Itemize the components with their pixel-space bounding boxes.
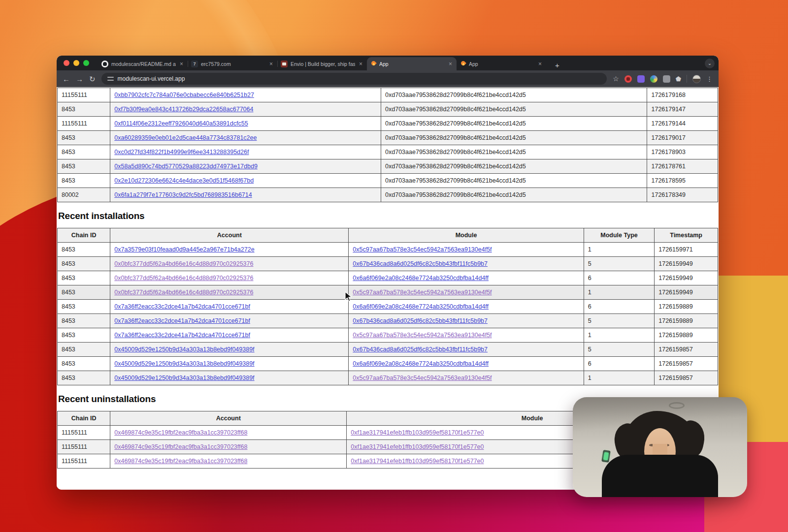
webcam-wall-switch (601, 450, 611, 463)
table-header-row: Chain ID Account Module Module Type Time… (58, 228, 718, 243)
extension-record-icon[interactable] (624, 75, 632, 83)
table-row: 84530x58a5d890c74bd5770529a88223dd74973e… (58, 159, 718, 174)
tab-close-icon[interactable]: × (268, 61, 274, 67)
account-link-cell: 0x469874c9e35c19fbf2eac9fba3a1cc397023ff… (110, 440, 347, 454)
module-link[interactable]: 0xf1ae317941efeb1ffb103d959ef58170f1e577… (351, 443, 484, 450)
account-link[interactable]: 0x469874c9e35c19fbf2eac9fba3a1cc397023ff… (114, 458, 247, 465)
table-row: 84530x7a36ff2eacc33c2dce41a7b42dca4701cc… (58, 314, 718, 328)
account-link[interactable]: 0x7a36ff2eacc33c2dce41a7b42dca4701cce671… (114, 317, 250, 324)
account-link[interactable]: 0x7a36ff2eacc33c2dce41a7b42dca4701cce671… (114, 303, 250, 310)
account-link-cell: 0x0bfc377dd5f62a4bd66e16c4d88d970c029253… (110, 257, 349, 271)
account-link-cell: 0x45009d529e1250b9d34a303a13b8ebd9f04938… (110, 343, 349, 357)
tab-close-icon[interactable]: × (448, 61, 453, 67)
module-link[interactable]: 0x67b436cad8a6d025df6c82c5bb43fbf11fc5b9… (353, 260, 488, 267)
account-link[interactable]: 0xbb7902cfc7c784a076e0cbabecc6e840b6251b… (114, 92, 254, 98)
webcam-ceiling-light (669, 402, 685, 409)
account-link[interactable]: 0x469874c9e35c19fbf2eac9fba3a1cc397023ff… (114, 429, 247, 436)
tab-close-icon[interactable]: × (179, 61, 184, 67)
extensions-puzzle-icon[interactable]: ⬟ (676, 75, 681, 83)
extension-pinwheel-icon[interactable] (650, 75, 657, 83)
column-header-account: Account (110, 228, 349, 243)
chain-id-cell: 8453 (58, 257, 110, 271)
tab-envio-build-bigger-ship-[interactable]: Envio | Build bigger, ship fast× (277, 57, 367, 70)
module-link[interactable]: 0x67b436cad8a6d025df6c82c5bb43fbf11fc5b9… (353, 346, 488, 353)
module-link[interactable]: 0x5c97aa67ba578e3c54ec5942a7563ea9130e4f… (353, 375, 492, 381)
table-row: 84530x45009d529e1250b9d34a303a13b8ebd9f0… (58, 371, 718, 385)
account-link[interactable]: 0xc0d27fd34f822f1b4999e9f6ee3413288395d2… (114, 149, 249, 156)
table-row: 84530x7a36ff2eacc33c2dce41a7b42dca4701cc… (58, 328, 718, 343)
back-icon[interactable]: ← (63, 75, 70, 83)
timestamp-cell: 1726159857 (655, 371, 718, 385)
module-link[interactable]: 0x6a6f069e2a08c2468e7724ab3250cdbfba14d4… (353, 360, 489, 367)
account-link[interactable]: 0xf7b30f9ea0e843c413726b29dca22658ac6770… (114, 106, 253, 113)
module-link[interactable]: 0xf1ae317941efeb1ffb103d959ef58170f1e577… (351, 458, 484, 465)
account-link[interactable]: 0x6fa1a279f7e177603c9d2fc5bd768983516b67… (114, 191, 252, 198)
account-link-cell: 0x2e10d272306e6624c4e4dace3e0d51f5468f67… (110, 174, 381, 188)
module-type-cell: 6 (584, 357, 654, 371)
account-link[interactable]: 0x45009d529e1250b9d34a303a13b8ebd9f04938… (114, 360, 254, 367)
module-type-cell: 5 (584, 314, 654, 328)
account-link[interactable]: 0x45009d529e1250b9d34a303a13b8ebd9f04938… (114, 346, 254, 353)
timestamp-cell: 1726179147 (647, 102, 718, 117)
minimize-window-button[interactable] (73, 60, 79, 66)
tab-search-chevron-icon[interactable]: ⌄ (705, 59, 715, 68)
site-settings-icon[interactable] (107, 76, 114, 81)
table-row: 84530xf7b30f9ea0e843c413726b29dca22658ac… (58, 102, 718, 117)
module-cell: 0xd703aae79538628d27099b8c4f621be4ccd142… (381, 88, 647, 102)
table-row: 111551110xf0114f06e2312eeff7926040d640a5… (58, 117, 718, 131)
tab-label: App (379, 61, 445, 67)
timestamp-cell: 1726159889 (655, 314, 718, 328)
module-type-cell: 5 (584, 343, 654, 357)
tab-modulescan-readme-md-at-[interactable]: modulescan/README.md at a× (98, 57, 188, 70)
account-link[interactable]: 0xf0114f06e2312eeff7926040d640a53891dcfc… (114, 120, 248, 127)
zoom-window-button[interactable] (83, 60, 89, 66)
new-tab-button[interactable]: + (552, 61, 562, 70)
table-row: 111551110xbb7902cfc7c784a076e0cbabecc6e8… (58, 88, 718, 102)
timestamp-cell: 1726159857 (655, 357, 718, 371)
account-link-cell: 0x58a5d890c74bd5770529a88223dd74973e17db… (110, 159, 381, 174)
account-link[interactable]: 0xa60289359e0eb01e2d5cae448a7734c83781c2… (114, 134, 257, 141)
account-link[interactable]: 0x45009d529e1250b9d34a303a13b8ebd9f04938… (114, 375, 254, 381)
module-type-cell: 1 (584, 371, 654, 385)
module-type-cell: 6 (584, 271, 654, 285)
account-link[interactable]: 0x0bfc377dd5f62a4bd66e16c4d88d970c029253… (114, 289, 253, 296)
address-bar[interactable]: modulescan-ui.vercel.app (101, 73, 607, 85)
account-link-cell: 0xbb7902cfc7c784a076e0cbabecc6e840b6251b… (110, 88, 381, 102)
reload-icon[interactable]: ↻ (89, 75, 96, 83)
toolbar-actions: ☆ ⬟ ⋮ (613, 75, 713, 83)
tab-erc7579-com[interactable]: erc7579.com× (188, 57, 277, 70)
account-link-cell: 0xf0114f06e2312eeff7926040d640a53891dcfc… (110, 117, 381, 131)
tab-close-icon[interactable]: × (537, 61, 543, 67)
profile-avatar[interactable] (692, 75, 701, 83)
tab-close-icon[interactable]: × (358, 61, 363, 67)
module-link[interactable]: 0x5c97aa67ba578e3c54ec5942a7563ea9130e4f… (353, 246, 492, 253)
extension-gray-icon[interactable] (663, 75, 670, 83)
module-link[interactable]: 0x5c97aa67ba578e3c54ec5942a7563ea9130e4f… (353, 332, 492, 339)
tab-app[interactable]: App× (367, 57, 457, 70)
menu-kebab-icon[interactable]: ⋮ (706, 75, 713, 83)
account-link[interactable]: 0x7a3579e03f10feaad0d9a445e2a967e71b4a27… (114, 246, 254, 253)
account-link[interactable]: 0x7a36ff2eacc33c2dce41a7b42dca4701cce671… (114, 332, 250, 339)
account-link[interactable]: 0x58a5d890c74bd5770529a88223dd74973e17db… (114, 163, 258, 170)
close-window-button[interactable] (64, 60, 69, 66)
module-link-cell: 0x6a6f069e2a08c2468e7724ab3250cdbfba14d4… (349, 300, 584, 314)
mouse-cursor (345, 291, 353, 302)
erc7579-icon (191, 61, 198, 67)
account-link[interactable]: 0x0bfc377dd5f62a4bd66e16c4d88d970c029253… (114, 275, 253, 282)
module-link[interactable]: 0x6a6f069e2a08c2468e7724ab3250cdbfba14d4… (353, 275, 489, 282)
tab-app[interactable]: App× (457, 57, 546, 70)
module-link[interactable]: 0x67b436cad8a6d025df6c82c5bb43fbf11fc5b9… (353, 317, 488, 324)
bookmark-star-icon[interactable]: ☆ (613, 75, 619, 83)
account-link[interactable]: 0x469874c9e35c19fbf2eac9fba3a1cc397023ff… (114, 443, 247, 450)
account-link[interactable]: 0x0bfc377dd5f62a4bd66e16c4d88d970c029253… (114, 260, 253, 267)
module-type-cell: 6 (584, 300, 654, 314)
module-link[interactable]: 0x6a6f069e2a08c2468e7724ab3250cdbfba14d4… (353, 303, 489, 310)
account-link[interactable]: 0x2e10d272306e6624c4e4dace3e0d51f5468f67… (114, 177, 254, 184)
table-row: 84530x0bfc377dd5f62a4bd66e16c4d88d970c02… (58, 271, 718, 285)
module-link[interactable]: 0xf1ae317941efeb1ffb103d959ef58170f1e577… (351, 429, 484, 436)
module-link-cell: 0x67b436cad8a6d025df6c82c5bb43fbf11fc5b9… (349, 343, 584, 357)
module-link[interactable]: 0x5c97aa67ba578e3c54ec5942a7563ea9130e4f… (353, 289, 492, 296)
chain-id-cell: 8453 (58, 243, 110, 257)
extension-purple-icon[interactable] (637, 75, 645, 83)
forward-icon[interactable]: → (76, 75, 83, 83)
